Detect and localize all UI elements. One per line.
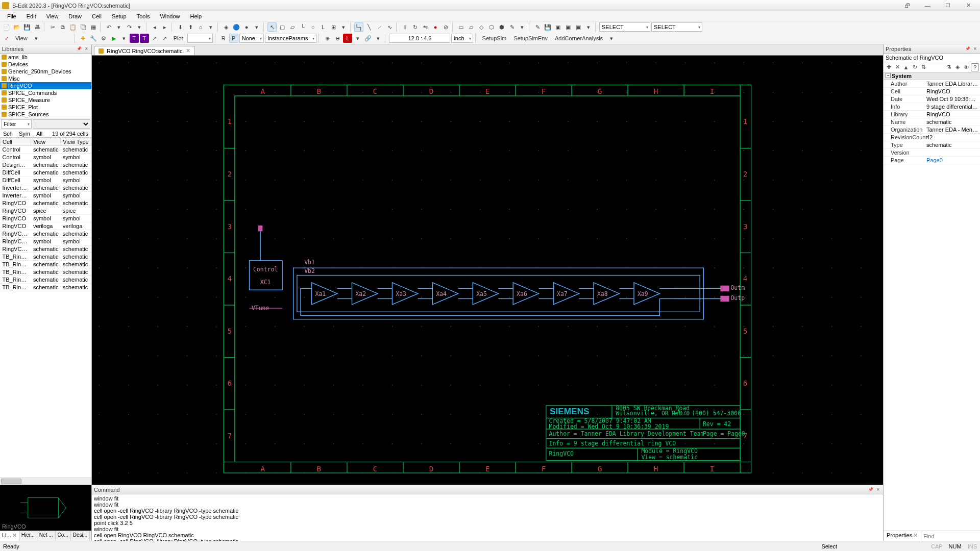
rect-icon[interactable]: ▢ <box>278 22 287 32</box>
wire-ortho-icon[interactable]: └┐ <box>354 22 363 32</box>
menu-tools[interactable]: Tools <box>132 12 155 20</box>
schematic-canvas[interactable]: AABBCCDDEEFFGGHHII11223344556677ControlX… <box>92 56 883 485</box>
l-icon[interactable]: L <box>343 34 352 43</box>
minimize-button[interactable]: — <box>918 1 937 10</box>
home-icon[interactable]: ⌂ <box>196 22 205 32</box>
properties-grid[interactable]: System AuthorTanner EDA Library DevCellR… <box>884 72 980 531</box>
property-row[interactable]: CellRingVCO <box>884 88 980 95</box>
tab-netlist[interactable]: Net ... <box>37 531 56 541</box>
play-dropdown-icon[interactable]: ▾ <box>119 34 129 43</box>
wire-diag-icon[interactable]: ╲ <box>364 22 374 32</box>
library-item[interactable]: ams_lib <box>0 54 91 61</box>
maximize-button[interactable]: ☐ <box>938 1 958 10</box>
corner-dropdown-icon[interactable]: ▾ <box>607 34 616 43</box>
copy-icon[interactable]: ⧉ <box>58 22 67 32</box>
shape1-icon[interactable]: ▭ <box>456 22 465 32</box>
open-icon[interactable]: 📂 <box>12 22 21 32</box>
pin-icon[interactable]: 📌 <box>76 46 82 52</box>
align-icon[interactable]: ⫴ <box>400 22 409 32</box>
save-icon[interactable]: 💾 <box>22 22 32 32</box>
tab-sym[interactable]: Sym <box>16 130 33 137</box>
library-item[interactable]: Devices <box>0 61 91 68</box>
table-row[interactable]: TB_RingVCO_Eyeschematicschematic <box>1 268 91 276</box>
prop-view2-icon[interactable]: 👁 <box>962 63 970 71</box>
table-row[interactable]: Controlsymbolsymbol <box>1 154 91 161</box>
stop-icon[interactable]: ⊘ <box>441 22 450 32</box>
play-icon[interactable]: ▶ <box>109 34 118 43</box>
menu-window[interactable]: Window <box>155 12 185 20</box>
tab-hierarchy[interactable]: Hier... <box>19 531 37 541</box>
prop-refresh-icon[interactable]: ↻ <box>911 63 919 71</box>
col-view[interactable]: View <box>31 138 61 146</box>
property-row[interactable]: RevisionCount42 <box>884 134 980 141</box>
plot-select[interactable] <box>187 34 213 43</box>
probe1-icon[interactable]: ↗ <box>150 34 159 43</box>
close-button[interactable]: ✕ <box>959 1 978 10</box>
layer-icon[interactable]: ◈ <box>222 22 231 32</box>
p-icon[interactable]: P <box>229 34 238 43</box>
library-item[interactable]: SPICE_Measure <box>0 96 91 104</box>
properties-section-system[interactable]: System <box>884 72 980 80</box>
add-icon[interactable]: ✚ <box>79 34 88 43</box>
redo-icon[interactable]: ↷ <box>125 22 134 32</box>
table-row[interactable]: RingVCOschematicschematic <box>1 199 91 207</box>
prop-new-icon[interactable]: ✚ <box>885 63 893 71</box>
shape4-icon[interactable]: ⬡ <box>487 22 496 32</box>
prop-filter-icon[interactable]: ⚗ <box>945 63 953 71</box>
table-row[interactable]: RingVCO_ArrayBusschematicschematic <box>1 230 91 238</box>
descend-icon[interactable]: ⬇ <box>176 22 185 32</box>
undo-icon[interactable]: ↶ <box>104 22 113 32</box>
instance-params-select[interactable]: InstanceParams <box>265 34 316 43</box>
circle-icon[interactable]: ● <box>242 22 251 32</box>
filter-input[interactable] <box>33 119 90 129</box>
flip-icon[interactable]: ⇋ <box>421 22 430 32</box>
line-icon[interactable]: L <box>318 22 328 32</box>
dropdown5-icon[interactable]: ▾ <box>584 22 593 32</box>
select-field-2[interactable]: SELECT <box>651 22 702 32</box>
gear-icon[interactable]: ⚙ <box>99 34 108 43</box>
ascend-icon[interactable]: ⬆ <box>186 22 195 32</box>
col-viewtype[interactable]: View Type <box>61 138 91 146</box>
cell-table[interactable]: Cell View View Type Controlschematicsche… <box>0 138 91 478</box>
file-tab-close-icon[interactable]: ✕ <box>186 47 190 54</box>
properties-close-icon[interactable]: ✕ <box>972 46 978 52</box>
shape5-icon[interactable]: ⬢ <box>497 22 506 32</box>
property-row[interactable]: PagePage0 <box>884 157 980 164</box>
l-dropdown-icon[interactable]: ▾ <box>353 34 362 43</box>
print-icon[interactable]: 🖶 <box>33 22 42 32</box>
command-pin-icon[interactable]: 📌 <box>868 487 874 493</box>
zoom-in-icon[interactable]: ⊕ <box>323 34 332 43</box>
properties-pin-icon[interactable]: 📌 <box>965 46 971 52</box>
zoom-out-icon[interactable]: ⊖ <box>333 34 342 43</box>
grid-icon[interactable]: ▦ <box>89 22 98 32</box>
property-row[interactable]: LibraryRingVCO <box>884 111 980 118</box>
paste-icon[interactable]: 📋 <box>68 22 78 32</box>
table-row[interactable]: RingVCOsymbolsymbol <box>1 215 91 222</box>
schematic-svg[interactable]: AABBCCDDEEFFGGHHII11223344556677ControlX… <box>92 56 883 485</box>
t-icon[interactable]: T <box>130 34 139 43</box>
coord-input[interactable] <box>389 34 450 43</box>
chip2-icon[interactable]: ▣ <box>564 22 573 32</box>
setup-sim-env-button[interactable]: SetupSimEnv <box>510 35 551 41</box>
instance-icon[interactable]: ⊞ <box>329 22 338 32</box>
table-row[interactable]: RingVCOspicespice <box>1 207 91 215</box>
view-dropdown-icon[interactable]: ▾ <box>32 34 41 43</box>
table-row[interactable]: DiffCellschematicschematic <box>1 169 91 177</box>
add-corner-button[interactable]: AddCornerAnalysis <box>552 35 606 41</box>
cut-icon[interactable]: ✂ <box>48 22 57 32</box>
forward-icon[interactable]: ▸ <box>160 22 169 32</box>
dropdown3-icon[interactable]: ▾ <box>339 22 348 32</box>
prop-help-icon[interactable]: ? <box>971 63 979 71</box>
setup-sim-button[interactable]: SetupSim <box>479 35 510 41</box>
table-row[interactable]: TB_RingVCOschematicschematic <box>1 253 91 261</box>
pointer-icon[interactable]: ↖ <box>267 22 277 32</box>
restore-icon[interactable]: 🗗 <box>897 1 917 10</box>
library-item[interactable]: Generic_250nm_Devices <box>0 68 91 75</box>
link-dropdown-icon[interactable]: ▾ <box>374 34 383 43</box>
property-row[interactable]: AuthorTanner EDA Library Dev <box>884 80 980 88</box>
menu-view[interactable]: View <box>41 12 64 20</box>
wire-curve-icon[interactable]: ∿ <box>385 22 394 32</box>
unit-select[interactable]: inch <box>451 34 473 43</box>
path-icon[interactable]: └ <box>298 22 307 32</box>
menu-help[interactable]: Help <box>185 12 207 20</box>
